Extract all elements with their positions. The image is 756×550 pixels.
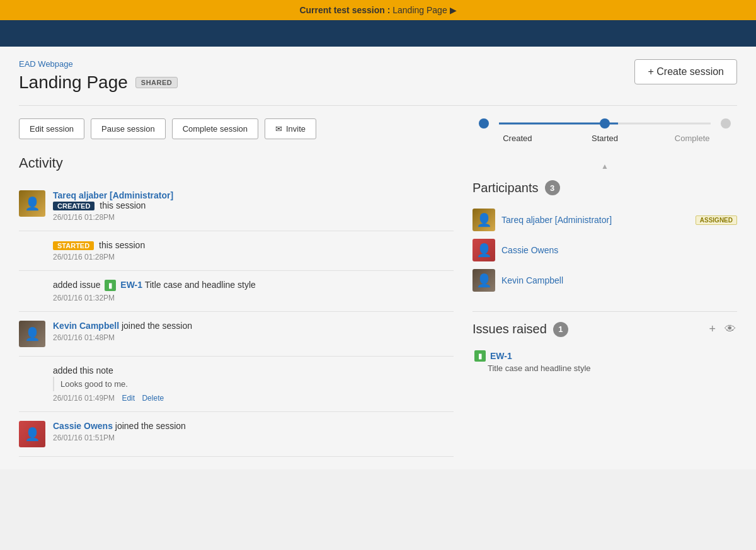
activity-content: Kevin Campbell joined the session 26/01/…	[53, 321, 454, 342]
activity-item: 👤 Tareq aljaber [Administrator] CREATED …	[19, 181, 454, 231]
progress-label-started: Started	[561, 134, 649, 143]
activity-text: this session	[100, 200, 146, 210]
create-session-button[interactable]: + Create session	[634, 59, 737, 84]
activity-item: added this note Looks good to me. 26/01/…	[19, 357, 454, 412]
activity-prefix: added this note	[53, 365, 113, 375]
page-title-row: Landing Page SHARED	[19, 72, 178, 93]
activity-text: joined the session	[115, 421, 186, 431]
activity-user-link[interactable]: Kevin Campbell	[53, 321, 119, 331]
activity-user-link[interactable]: Cassie Owens	[53, 421, 113, 431]
banner-session-name: Landing Page	[392, 5, 447, 15]
participant-avatar: 👤	[472, 209, 495, 231]
activity-title: Activity	[19, 155, 454, 171]
issues-count: 1	[553, 322, 568, 337]
issue-item: ▮ EW-1 Title case and headline style	[472, 347, 737, 377]
participant-name[interactable]: Kevin Campbell	[501, 275, 737, 285]
progress-label-created: Created	[474, 134, 561, 143]
participant-item: 👤 Cassie Owens	[472, 235, 737, 265]
activity-item: STARTED this session 26/01/16 01:28PM	[19, 231, 454, 271]
invite-icon: ✉	[275, 124, 282, 134]
activity-action: added this note	[53, 365, 454, 375]
created-badge: CREATED	[53, 202, 94, 210]
issues-title-row: Issues raised 1 + 👁	[472, 321, 737, 337]
participants-title-row: Participants 3	[472, 180, 737, 195]
shared-badge: SHARED	[135, 77, 178, 88]
issue-description: Title case and headline style	[472, 364, 737, 373]
pause-session-button[interactable]: Pause session	[91, 118, 166, 139]
started-badge: STARTED	[53, 241, 94, 250]
issues-actions: + 👁	[707, 321, 737, 337]
add-issue-button[interactable]: +	[707, 321, 717, 337]
edit-link[interactable]: Edit	[122, 394, 135, 403]
progress-section: Created Started Complete	[472, 118, 737, 143]
issues-title: Issues raised	[472, 322, 547, 336]
participants-count: 3	[545, 180, 560, 195]
assigned-badge: ASSIGNED	[696, 215, 737, 225]
issue-type-icon: ▮	[474, 350, 486, 362]
invite-label: Invite	[286, 124, 306, 134]
activity-item: 👤 Kevin Campbell joined the session 26/0…	[19, 312, 454, 357]
title-section: EAD Webpage Landing Page SHARED	[19, 59, 178, 93]
avatar: 👤	[19, 190, 45, 217]
progress-dot-started	[600, 118, 610, 129]
activity-time: 26/01/16 01:51PM	[53, 433, 454, 442]
activity-time: 26/01/16 01:28PM	[53, 253, 454, 261]
activity-action: added issue ▮ EW-1 Title case and headli…	[53, 280, 454, 291]
invite-button[interactable]: ✉ Invite	[265, 118, 316, 139]
participant-name[interactable]: Cassie Owens	[501, 245, 737, 255]
activity-text: joined the session	[122, 321, 192, 331]
activity-action: STARTED this session	[53, 240, 454, 250]
main-container: EAD Webpage Landing Page SHARED + Create…	[0, 47, 756, 469]
issue-id-link[interactable]: EW-1	[490, 351, 512, 361]
activity-line: Tareq aljaber [Administrator]	[53, 190, 454, 200]
activity-time: 26/01/16 01:28PM	[53, 213, 454, 222]
left-column: Edit session Pause session Complete sess…	[19, 118, 454, 457]
page-header: EAD Webpage Landing Page SHARED + Create…	[19, 59, 737, 106]
activity-item: 👤 Cassie Owens joined the session 26/01/…	[19, 412, 454, 457]
view-issues-button[interactable]: 👁	[723, 321, 737, 337]
session-actions-bar: Edit session Pause session Complete sess…	[19, 118, 454, 139]
note-text: Looks good to me.	[53, 377, 454, 391]
participant-avatar: 👤	[472, 239, 495, 261]
complete-session-button[interactable]: Complete session	[172, 118, 258, 139]
participants-section: Participants 3 👤 Tareq aljaber [Administ…	[472, 180, 737, 295]
content-area: Edit session Pause session Complete sess…	[19, 118, 737, 457]
participant-item: 👤 Tareq aljaber [Administrator] ASSIGNED	[472, 205, 737, 235]
participant-name[interactable]: Tareq aljaber [Administrator]	[501, 215, 689, 225]
progress-dot-complete	[721, 118, 731, 129]
activity-user-link[interactable]: Tareq aljaber [Administrator]	[53, 190, 173, 200]
activity-line: Cassie Owens joined the session	[53, 421, 454, 431]
activity-item: added issue ▮ EW-1 Title case and headli…	[19, 271, 454, 312]
participant-item: 👤 Kevin Campbell	[472, 265, 737, 295]
activity-content: Cassie Owens joined the session 26/01/16…	[53, 421, 454, 442]
avatar: 👤	[19, 421, 45, 447]
issue-item-title: ▮ EW-1	[472, 350, 737, 362]
collapse-arrow[interactable]: ▲	[472, 162, 737, 171]
banner-label: Current test session :	[299, 5, 390, 15]
activity-time: 26/01/16 01:49PM Edit Delete	[53, 394, 454, 403]
page-title: Landing Page	[19, 72, 128, 93]
issue-icon: ▮	[105, 280, 116, 291]
progress-track	[472, 118, 737, 129]
top-banner: Current test session : Landing Page ▶	[0, 0, 756, 20]
issue-title: Title case and headline style	[145, 280, 256, 290]
participants-title: Participants	[472, 181, 539, 195]
delete-link[interactable]: Delete	[142, 394, 164, 403]
activity-text: this session	[99, 240, 145, 250]
progress-dot-created	[479, 118, 489, 129]
divider	[472, 311, 737, 312]
activity-line: Kevin Campbell joined the session	[53, 321, 454, 331]
right-column: Created Started Complete ▲ Participants …	[472, 118, 737, 457]
activity-time: 26/01/16 01:32PM	[53, 294, 454, 302]
activity-action: CREATED this session	[53, 200, 454, 210]
edit-session-button[interactable]: Edit session	[19, 118, 84, 139]
progress-label-complete: Complete	[648, 134, 736, 143]
activity-prefix: added issue	[53, 280, 101, 290]
activity-time: 26/01/16 01:48PM	[53, 333, 454, 342]
issue-id-link[interactable]: EW-1	[120, 280, 142, 290]
progress-labels: Created Started Complete	[472, 134, 737, 143]
activity-content: Tareq aljaber [Administrator] CREATED th…	[53, 190, 454, 222]
participant-avatar: 👤	[472, 269, 495, 292]
dark-header-bar	[0, 20, 756, 47]
breadcrumb[interactable]: EAD Webpage	[19, 59, 178, 69]
